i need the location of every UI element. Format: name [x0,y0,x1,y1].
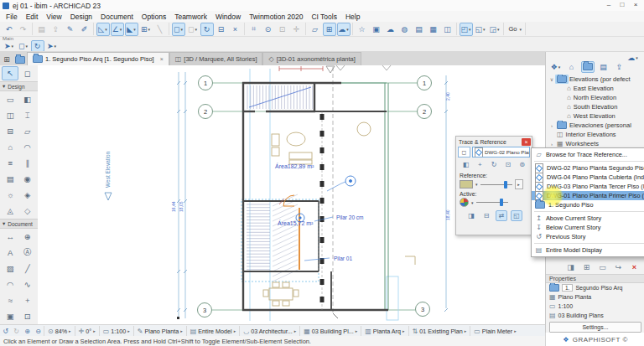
undo[interactable]: ↶ [3,23,16,36]
menu-dwg04[interactable]: DWG-04 Plano Planta Cubierta (Independen… [532,173,644,182]
roof-tool[interactable]: ⌂ [2,140,18,154]
marquee-tool[interactable]: ◻ [19,66,36,80]
prop-new-folder-button[interactable]: ▭ [596,261,610,272]
close-button[interactable]: × [629,0,642,9]
zoom-in-button[interactable]: ⊕ [22,328,33,335]
menu-view[interactable]: View [42,13,65,21]
scale-quick[interactable]: ▭1:100▸ [99,326,133,336]
spline-tool[interactable]: ≈ [2,293,18,307]
tree-expander-icon[interactable]: › [549,123,554,128]
tree-east-elevation[interactable]: ⌂East Elevation [548,84,644,93]
bimcloud[interactable]: ☁ [384,23,397,36]
trace-toggle-button[interactable]: ◻ [458,147,470,158]
arrow-tool-mini[interactable]: ➤▾ [45,40,59,52]
tab-3d-marquee[interactable]: ◫[3D / Marquee, All Stories] [169,52,263,65]
beam-tool[interactable]: ⊟ [2,124,18,138]
railing-tool[interactable]: ∥ [19,156,36,170]
menu-document[interactable]: Document [96,13,138,21]
tree-south-elevation[interactable]: ⌂South Elevation [548,102,644,111]
active-color-swatch[interactable] [460,198,469,207]
prop-clone-button[interactable]: ◨ [564,261,578,272]
add-reference-button[interactable]: + [474,159,486,170]
measure[interactable]: ◺▾ [96,23,110,36]
trace-reference-dropdown[interactable]: DWG-02 Plano Plant... » [472,147,530,158]
drawing-tool[interactable]: ⊡ [19,309,36,323]
splitter-button[interactable]: ⊟ [480,210,492,221]
settings-button[interactable]: Settings... [549,322,641,333]
menu-teamwork[interactable]: Teamwork [170,13,211,21]
pilar-20-label[interactable]: Pilar 20 cm [336,214,364,220]
trace-palette-header[interactable]: Trace & Reference × [456,137,532,147]
line-tool[interactable]: ╱ [19,261,36,276]
snap-grid[interactable]: ⊞▾ [139,23,153,36]
schedules[interactable]: ▦ [427,23,440,36]
selection-options[interactable]: ➤▾ [3,40,16,52]
go-menu[interactable]: Go▾ [506,23,523,36]
window-3d[interactable]: ◱▾ [474,23,487,36]
menu-file[interactable]: File [2,13,22,21]
chevron-down-icon[interactable]: ▾ [475,182,478,187]
menu-entire-model[interactable]: ▤Entire Model Display [532,245,644,255]
capture[interactable]: ▣ [370,23,383,36]
tab-floor-plan[interactable]: 1. Segundo Piso Arq [1. Segundo Piso]× [27,52,169,65]
model-view-options-quick[interactable]: ▦03 Building Pl...▸ [299,326,361,336]
figure-tool[interactable]: ▣ [2,309,18,323]
curtain-wall-tool[interactable]: ▤ [2,172,18,186]
stair-tool[interactable]: ≡ [2,156,18,170]
tree-expander-icon[interactable]: › [549,142,554,147]
walls[interactable] [242,82,388,311]
window-layout[interactable]: ◲▾ [488,23,501,36]
menu-help[interactable]: Help [341,13,364,21]
zone-area-living[interactable]: Área182,89 m² [275,163,314,169]
menu-edit[interactable]: Edit [22,13,43,21]
prop-view-type[interactable]: ▦Plano Planta [546,292,644,302]
rotate-reference-button[interactable]: ↻ [488,159,500,170]
tab-axonometric[interactable]: ◇[3D-01 axonométrica planta] [262,52,361,65]
copy-reference-button[interactable]: ⊡ [502,159,514,170]
label-tool[interactable]: Ⓐ [19,245,36,260]
active-opacity-slider[interactable] [476,199,508,206]
menu-twinmotion-2020[interactable]: Twinmotion 2020 [245,13,307,21]
zoom-level[interactable]: ⊙84%▸ [44,326,75,336]
snap-guides[interactable]: ◣▾ [125,23,138,36]
prop-story[interactable]: 1.Segundo Piso Arq [546,283,644,292]
plan-type-quick[interactable]: ✎Plano Planta▸ [133,326,186,336]
minimize-button[interactable]: – [602,0,615,9]
layer-combination-quick[interactable]: ▥Planta Arq▸ [361,326,408,336]
marquee-options[interactable]: ◻▾ [172,23,185,36]
trace-reference-toggle[interactable]: ↻ [200,23,214,36]
renovation-filter-quick[interactable]: ⇅01 Existing Plan▸ [408,326,470,336]
morph-tool[interactable]: ◇ [19,204,36,218]
zoom[interactable]: ⊙ [262,23,275,36]
trace-mini-toggle[interactable]: ↻ [31,40,44,52]
tree-west-elevation[interactable]: ⌂West Elevation [548,111,644,121]
layouts[interactable]: ▤ [413,23,426,36]
nav-cloud-sync[interactable]: ☁▾ [626,53,640,62]
render[interactable]: ◍ [398,23,412,36]
orientation[interactable]: ✛0°▸ [75,326,99,336]
tab-close-icon[interactable]: × [160,56,164,62]
pickup-parameters[interactable]: ✎ [64,23,77,36]
favorites[interactable]: ☆ [356,23,369,36]
suspend-groups[interactable]: ◻▾ [186,23,200,36]
display-options-button[interactable]: ◨ [465,210,477,221]
save[interactable]: ▤ [35,23,49,36]
window-tool[interactable]: ◫ [2,108,18,122]
menu-design[interactable]: Design [66,13,96,21]
arrow-tool[interactable]: ↖ [2,66,18,80]
menu-options[interactable]: Options [138,13,170,21]
layout-book-button[interactable]: ▤ [597,61,610,73]
maximize-button[interactable]: □ [615,0,629,9]
zoom-out-button[interactable]: ⊖ [33,328,44,335]
menu-segundo-piso[interactable]: 1. Segundo Piso [532,200,644,209]
menu-dwg03[interactable]: DWG-03 Plano Planta Tercer Piso (Indepen… [532,182,644,191]
dimension-style-quick[interactable]: ▭Plain Meter▸ [470,326,519,336]
shell-tool[interactable]: ◠ [19,140,36,154]
split[interactable]: ⌗ [247,23,261,36]
tree-interior-elevations[interactable]: ◫Interior Elevations [548,130,644,139]
slab-tool[interactable]: ▱ [19,124,36,138]
prop-link-button[interactable]: ⊞ [580,261,594,272]
switch-active-button[interactable]: ⇄ [496,210,507,221]
marquee-mini[interactable]: ◻▾ [17,40,30,52]
zone-area-stairs[interactable]: Área15,72 m² [278,219,314,226]
